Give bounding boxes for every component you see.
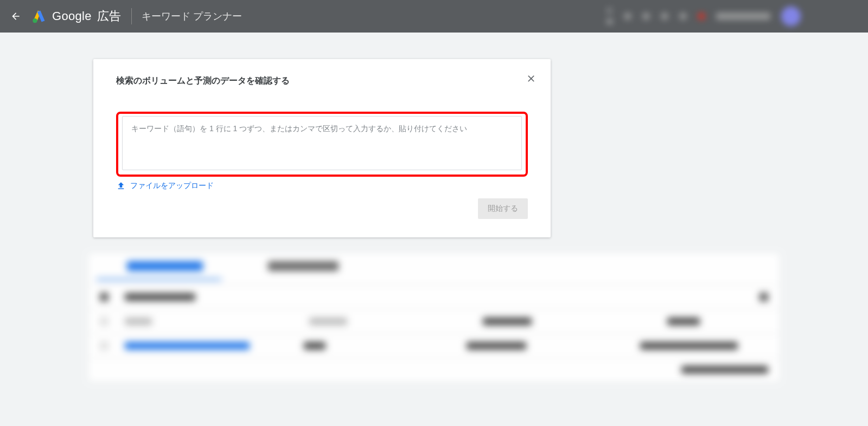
brand-ads: 広告 (94, 9, 122, 23)
back-arrow-button[interactable] (10, 10, 22, 22)
brand-google: Google (52, 9, 92, 23)
google-ads-logo-icon (31, 9, 47, 24)
upload-file-label: ファイルをアップロード (130, 181, 214, 191)
close-button[interactable] (524, 71, 539, 86)
brand-text: Google 広告 (52, 8, 122, 24)
upload-icon (116, 181, 126, 191)
page-title: キーワード プランナー (142, 10, 242, 23)
search-volume-modal: 検索のボリュームと予測のデータを確認する ファイルをアップロード 開始する (93, 59, 551, 237)
background-plans-panel (89, 254, 779, 381)
modal-title: 検索のボリュームと予測のデータを確認する (116, 75, 528, 87)
topbar-right-controls: C 検 (607, 2, 861, 30)
search-fragment-1: C (607, 7, 612, 15)
close-icon (526, 73, 537, 84)
keyword-input-highlight (116, 112, 528, 177)
divider (131, 8, 132, 24)
upload-file-link[interactable]: ファイルをアップロード (116, 181, 214, 191)
start-button[interactable]: 開始する (478, 198, 528, 219)
search-fragment-2: 検 (607, 17, 613, 27)
top-bar: Google 広告 キーワード プランナー C 検 (0, 0, 868, 33)
keyword-input[interactable] (122, 116, 522, 170)
svg-point-0 (33, 18, 37, 23)
arrow-left-icon (10, 11, 21, 22)
